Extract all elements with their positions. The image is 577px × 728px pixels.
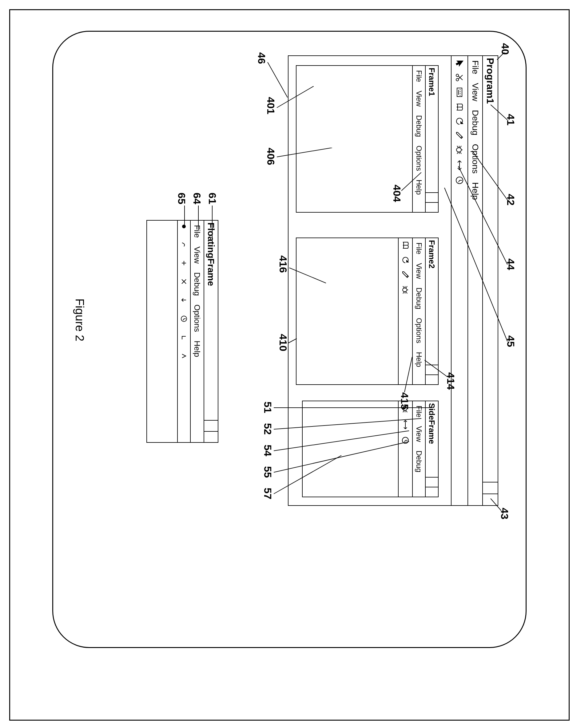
leader [275, 148, 332, 166]
title-program1: Program1 [485, 56, 496, 104]
refresh-icon[interactable] [455, 117, 464, 126]
leader [489, 105, 507, 126]
leader [288, 338, 297, 348]
book-icon[interactable] [401, 241, 410, 249]
menu-file[interactable]: File [470, 56, 480, 78]
callout-65: 65 [176, 192, 188, 204]
tool-icon[interactable] [181, 297, 187, 303]
title-frame1: Frame1 [427, 66, 437, 96]
leader [288, 268, 326, 286]
window-floatingframe: FloatingFrame File View Debug Options He… [147, 220, 218, 443]
menu-help[interactable]: Help [415, 348, 423, 371]
leader [401, 357, 412, 394]
leader [423, 360, 447, 379]
tool-icon[interactable] [181, 260, 187, 266]
leaders-floating [180, 206, 214, 245]
menu-view[interactable]: View [415, 259, 423, 283]
tool-icon[interactable] [181, 353, 187, 359]
window-frame2: Frame2 File View Debug Options Help [296, 237, 439, 385]
bug-icon[interactable] [455, 145, 464, 154]
titlebar-floating: FloatingFrame [204, 220, 218, 442]
menu-options[interactable]: Options [192, 300, 202, 336]
window-controls[interactable] [204, 420, 218, 442]
menu-debug[interactable]: Debug [192, 268, 202, 300]
tool-icon[interactable] [181, 279, 187, 285]
refresh-icon[interactable] [401, 256, 410, 264]
callout-64: 64 [191, 192, 203, 204]
tool-icon[interactable] [181, 335, 187, 341]
leader [489, 498, 501, 514]
svg-point-3 [456, 148, 461, 152]
menu-file[interactable]: File [415, 238, 423, 259]
menu-debug[interactable]: Debug [470, 106, 480, 140]
svg-point-5 [402, 288, 407, 292]
menu-view[interactable]: View [470, 78, 480, 106]
figure-caption: Figure 2 [73, 298, 86, 341]
menu-debug[interactable]: Debug [415, 111, 423, 141]
client-area-frame2 [296, 238, 398, 384]
pencil-icon[interactable] [455, 131, 464, 140]
titlebar-frame1: Frame1 [425, 66, 438, 212]
bug-icon[interactable] [401, 286, 410, 294]
leader [495, 52, 504, 61]
callout-61: 61 [206, 192, 218, 204]
window-controls[interactable] [426, 192, 438, 212]
menu-view[interactable]: View [415, 86, 423, 111]
book-icon[interactable] [455, 103, 464, 111]
menu-options[interactable]: Options [415, 314, 423, 348]
menu-debug[interactable]: Debug [415, 283, 423, 314]
svg-rect-2 [457, 88, 462, 97]
menu-file[interactable]: File [415, 66, 423, 86]
leader [400, 172, 421, 194]
cursor-icon[interactable] [455, 59, 464, 68]
scissors-icon[interactable] [455, 73, 464, 82]
leader [275, 86, 314, 114]
keyboard-icon[interactable] [456, 87, 463, 97]
menubar-floating[interactable]: File View Debug Options Help [190, 220, 204, 442]
menu-help[interactable]: Help [192, 336, 202, 361]
pencil-icon[interactable] [401, 271, 410, 279]
client-area-floating [147, 220, 177, 442]
menu-options[interactable]: Options [415, 141, 423, 175]
leader [443, 188, 507, 348]
title-frame2: Frame2 [427, 238, 437, 269]
toolbar-floating[interactable] [177, 220, 190, 442]
leaders-sideframe [272, 406, 434, 511]
clock-icon[interactable] [181, 315, 187, 322]
menu-view[interactable]: View [192, 242, 202, 268]
